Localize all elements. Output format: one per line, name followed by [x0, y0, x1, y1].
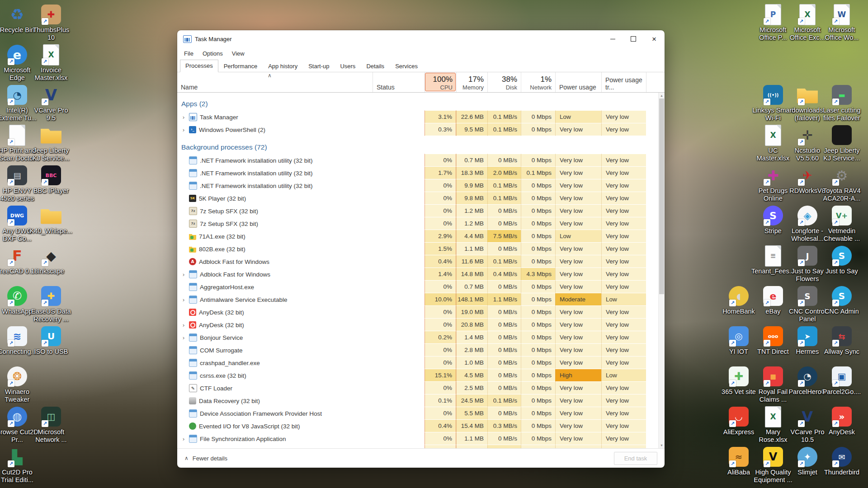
process-row[interactable]: 802B.exe (32 bit)1.5%1.1 MB0 MB/s0 MbpsV… [177, 243, 665, 255]
desktop-icon-k40-whispe[interactable]: K40_Whispe... [29, 205, 73, 235]
desktop-icon-iso-to-usb[interactable]: U↗ISO to USB [29, 325, 73, 356]
column-header-name[interactable]: ∧ Name [177, 72, 373, 92]
scroll-up-icon[interactable]: ▲ [659, 93, 665, 99]
desktop-icon-thumbsplus-10[interactable]: ✚↗ThumbsPlus 10 [29, 4, 73, 42]
process-row[interactable]: Evented I/O for V8 JavaScript (32 bit)0.… [177, 420, 665, 432]
tab-processes[interactable]: Processes [180, 60, 218, 72]
column-header-network[interactable]: 1% Network [521, 72, 555, 92]
vertical-scrollbar[interactable]: ▲ ▼ [658, 93, 665, 448]
desktop-icon-toyota-rav4-aca20r-a[interactable]: ⚙↗Toyota RAV4 ACA20R-A... [820, 164, 863, 202]
process-row[interactable]: COM Surrogate0%2.8 MB0 MB/s0 MbpsVery lo… [177, 344, 665, 357]
process-row[interactable]: ›Adblock Fast for Windows1.4%14.8 MB0.4 … [177, 268, 665, 281]
column-header-cpu[interactable]: 100% CPU [425, 72, 456, 92]
process-row[interactable]: AnyDesk (32 bit)0%19.0 MB0 MB/s0 MbpsVer… [177, 306, 665, 319]
process-row[interactable]: 5K Player (32 bit)0%9.8 MB0.1 MB/s0 Mbps… [177, 192, 665, 205]
desktop-icon-microsoft-network[interactable]: ◫↗Microsoft Network ... [29, 406, 73, 444]
status-cell [373, 217, 425, 230]
desktop-icon-vetmedin-chewable[interactable]: V+↗Vetmedin Chewable ... [820, 205, 863, 243]
process-row[interactable]: .NET Framework installation utility (32 … [177, 179, 665, 192]
menu-options[interactable]: Options [198, 49, 227, 58]
desktop-icon-bbc-iplayer[interactable]: BBC↗BBC iPlayer [29, 164, 73, 195]
process-row[interactable]: ›File Synchronization Application0%1.1 M… [177, 432, 665, 445]
scroll-down-icon[interactable]: ▼ [659, 442, 665, 448]
process-row[interactable]: crashpad_handler.exe0%1.0 MB0 MB/s0 Mbps… [177, 357, 665, 369]
column-header-power-usage[interactable]: Power usage [555, 72, 601, 92]
process-row[interactable]: CTF Loader0%2.5 MB0 MB/s0 MbpsVery lowVe… [177, 382, 665, 394]
icon-art: X [765, 125, 781, 146]
process-row[interactable]: ›Task Manager3.1%22.6 MB0.1 MB/s0 MbpsLo… [177, 111, 665, 123]
power-usage-trend-cell: Very low [601, 319, 646, 331]
section-header[interactable]: Background processes (72) [177, 136, 665, 154]
scrollbar-thumb[interactable] [659, 99, 664, 294]
end-task-button[interactable]: End task [614, 452, 657, 465]
desktop-icon-winaero-tweaker[interactable]: ❂↗Winaero Tweaker [0, 366, 39, 404]
ncstudio-icon: ✛↗ [797, 124, 818, 146]
power-usage-trend-cell: Very low [601, 394, 646, 407]
tab-services[interactable]: Services [390, 60, 423, 72]
process-row[interactable]: Device Association Framework Provider Ho… [177, 407, 665, 420]
tab-users[interactable]: Users [335, 60, 361, 72]
shortcut-arrow-icon: ↗ [729, 380, 736, 387]
disk-cell: 1.1 MB/s [487, 293, 521, 306]
shortcut-arrow-icon: ↗ [798, 179, 805, 186]
process-row[interactable]: 71A1.exe (32 bit)2.9%4.4 MB7.5 MB/s0 Mbp… [177, 230, 665, 243]
desktop-icon-microsoft-office-wo[interactable]: W↗Microsoft Office Wo... [820, 4, 863, 42]
desktop-icon-invoice-master-xlsx[interactable]: X↗Invoice Master.xlsx [29, 44, 73, 82]
column-header-memory[interactable]: 17% Memory [456, 72, 487, 92]
desktop-icon-easeus-data-recovery[interactable]: ✚↗EaseUS Data Recovery ... [29, 285, 73, 323]
column-header-power-usage-trend[interactable]: Power usage tr... [601, 72, 646, 92]
desktop-icon-vcarve-pro-9-5[interactable]: V↗VCarve Pro 9.5 [29, 84, 73, 122]
tab-details[interactable]: Details [361, 60, 390, 72]
tab-app-history[interactable]: App history [263, 60, 303, 72]
section-header[interactable]: Apps (2) [177, 93, 665, 111]
column-header-disk[interactable]: 38% Disk [487, 72, 521, 92]
fewer-details-toggle[interactable]: ∧ Fewer details [184, 455, 227, 462]
disk-cell: 0.3 MB/s [487, 420, 521, 432]
process-row[interactable]: Data Recovery (32 bit)0.1%24.5 MB0.1 MB/… [177, 394, 665, 407]
expand-chevron-icon[interactable]: › [181, 127, 186, 133]
desktop-icon-allway-sync[interactable]: ⇆↗Allway Sync [820, 325, 863, 356]
column-header-status[interactable]: Status [373, 72, 425, 92]
desktop-icon-laser-cutting-files-failover[interactable]: ▬↗Laser cutting files Failover [820, 84, 863, 122]
expand-chevron-icon[interactable]: › [181, 296, 186, 303]
cut2d-icon: ▙↗ [6, 446, 28, 468]
desktop-icon-jeep-liberty-kj-service[interactable]: Jeep Liberty KJ Service... [29, 124, 73, 162]
desktop-icon-inkscape[interactable]: ◆↗Inkscape [29, 245, 73, 275]
expand-chevron-icon[interactable]: › [181, 322, 186, 328]
shortcut-arrow-icon: ↗ [729, 460, 736, 467]
expand-chevron-icon[interactable]: › [181, 334, 186, 341]
status-cell [373, 293, 425, 306]
desktop-icon-cnc-admin[interactable]: S↗CNC Admin [820, 285, 863, 315]
process-row[interactable]: .NET Framework installation utility (32 … [177, 154, 665, 167]
process-row[interactable]: getwnd.exe (32 bit)0%2.2 MB0.1 MB/s0 Mbp… [177, 445, 665, 448]
expand-chevron-icon[interactable]: › [181, 271, 186, 278]
expand-chevron-icon[interactable]: › [181, 436, 186, 442]
tab-start-up[interactable]: Start-up [303, 60, 335, 72]
desktop-icon-thunderbird[interactable]: ✉↗Thunderbird [820, 446, 863, 476]
process-row[interactable]: ›Bonjour Service0.2%1.4 MB0 MB/s0 MbpsVe… [177, 331, 665, 344]
process-row[interactable]: ›Antimalware Service Executable10.0%148.… [177, 293, 665, 306]
expand-chevron-icon[interactable]: › [181, 114, 186, 121]
close-button[interactable]: × [644, 30, 665, 47]
process-row[interactable]: ›AnyDesk (32 bit)0%20.8 MB0 MB/s0 MbpsVe… [177, 319, 665, 331]
maximize-button[interactable] [623, 30, 644, 47]
desktop-icon-anydesk[interactable]: »↗AnyDesk [820, 406, 863, 436]
desktop-icon-jeep-liberty-kj-service[interactable]: Jeep Liberty KJ Service... [820, 124, 863, 162]
minimize-button[interactable] [602, 30, 623, 47]
network-cell: 0 Mbps [521, 154, 555, 167]
tab-performance[interactable]: Performance [218, 60, 263, 72]
desktop-icon-parcel2go[interactable]: ▣↗Parcel2Go.... [820, 366, 863, 396]
process-row[interactable]: 7z Setup SFX (32 bit)0%1.2 MB0 MB/s0 Mbp… [177, 217, 665, 230]
process-row[interactable]: .NET Framework installation utility (32 … [177, 167, 665, 179]
disk-cell: 0.4 MB/s [487, 268, 521, 281]
process-row[interactable]: AggregatorHost.exe0%0.7 MB0 MB/s0 MbpsVe… [177, 281, 665, 293]
menu-view[interactable]: View [227, 49, 249, 58]
process-row[interactable]: csrss.exe (32 bit)15.1%4.5 MB0 MB/s0 Mbp… [177, 369, 665, 382]
process-row[interactable]: ›Windows PowerShell (2)0.3%9.5 MB0.1 MB/… [177, 123, 665, 136]
title-bar[interactable]: Task Manager × [177, 30, 665, 47]
menu-file[interactable]: File [179, 49, 198, 58]
process-row[interactable]: 7z Setup SFX (32 bit)0%1.2 MB0 MB/s0 Mbp… [177, 205, 665, 217]
process-row[interactable]: Adblock Fast for Windows0.4%11.6 MB0.1 M… [177, 255, 665, 268]
desktop-icon-cut2d-pro-trial-editi[interactable]: ▙↗Cut2D Pro Trial Editi... [0, 446, 39, 484]
desktop-icon-just-to-say[interactable]: S↗Just to Say [820, 245, 863, 275]
